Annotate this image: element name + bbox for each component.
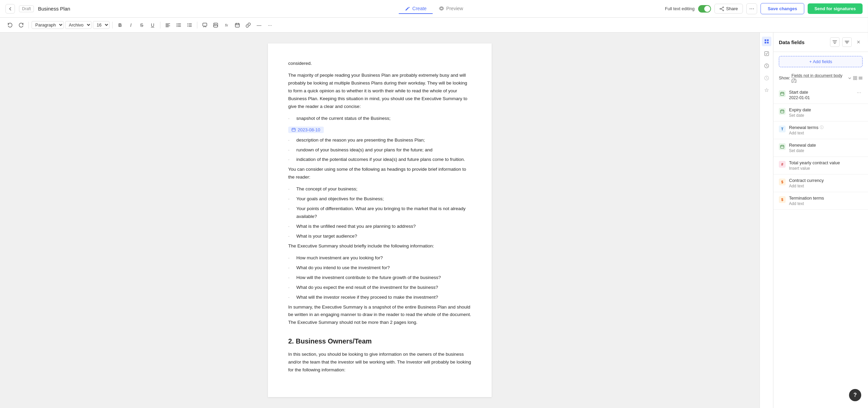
paragraph-style-select[interactable]: Paragraph (32, 21, 64, 29)
more-options-button[interactable]: ··· (746, 3, 757, 14)
align-button[interactable] (163, 20, 173, 30)
field-value-start-date[interactable]: 2022-01-01 (789, 95, 852, 100)
redo-button[interactable] (16, 20, 26, 30)
doc-bullet-8: · What is the unfilled need that you are… (288, 223, 471, 230)
grid-view-btn[interactable] (853, 73, 857, 83)
back-button[interactable] (5, 4, 15, 14)
show-filter-label: Show: (779, 76, 790, 80)
image-button[interactable] (211, 20, 220, 30)
doc-bullet-1: · snapshot of the current status of the … (288, 115, 471, 123)
doc-bullet-14: · What will the investor receive if they… (288, 294, 471, 301)
doc-bullet-13: · What do you expect the end result of t… (288, 284, 471, 292)
field-item-termination-terms[interactable]: $ Termination terms Add text (773, 192, 868, 210)
tab-preview[interactable]: Preview (433, 4, 469, 14)
comment-button[interactable] (200, 20, 210, 30)
field-icon-start-date (779, 90, 786, 97)
field-name-contract-currency: Contract currency (789, 178, 863, 183)
side-clock-icon[interactable] (762, 61, 771, 71)
field-content-termination-terms: Termination terms Add text (789, 196, 863, 206)
field-item-contract-currency[interactable]: $ Contract currency Add text (773, 174, 868, 192)
field-name-total-yearly-contract: Total yearly contract value (789, 160, 863, 165)
save-changes-button[interactable]: Save changes (761, 3, 804, 14)
doc-bullet-7: · Your points of differentiation. What a… (288, 205, 471, 221)
svg-point-5 (177, 24, 177, 25)
panel-title: Data fields (779, 39, 805, 45)
field-value-expiry-date[interactable]: Set date (789, 113, 863, 118)
field-content-total-yearly-contract: Total yearly contract value Insert value (789, 160, 863, 171)
font-family-select[interactable]: Archivo (65, 21, 92, 29)
svg-rect-12 (765, 39, 766, 41)
share-button[interactable]: Share (714, 4, 743, 14)
panel-close-button[interactable]: × (854, 38, 863, 46)
doc-date-chip[interactable]: 2023-08-10 (288, 127, 324, 133)
doc-para1: The majority of people reading your Busi… (288, 72, 471, 111)
help-button[interactable]: ? (849, 389, 861, 401)
unordered-list-button[interactable] (174, 20, 183, 30)
italic-button[interactable]: I (126, 20, 136, 30)
doc-bullet-4: · indication of the potential outcomes i… (288, 156, 471, 164)
panel-filter-icon[interactable] (830, 37, 840, 47)
dash-button[interactable]: — (254, 20, 264, 30)
svg-rect-22 (855, 78, 857, 80)
field-content-renewal-date: Renewal date Set date (789, 143, 863, 153)
document-area[interactable]: considered. The majority of people readi… (0, 33, 760, 408)
undo-button[interactable] (5, 20, 15, 30)
side-clock2-icon[interactable] (762, 73, 771, 83)
field-value-total-yearly-contract[interactable]: Insert value (789, 166, 863, 171)
underline-button[interactable]: U (148, 20, 157, 30)
svg-rect-21 (853, 78, 855, 80)
panel-sort-icon[interactable] (842, 37, 852, 47)
field-icon-renewal-terms: T (779, 126, 786, 132)
side-check-icon[interactable] (762, 49, 771, 58)
field-item-renewal-terms[interactable]: T Renewal terms ⓘ Add text (773, 122, 868, 139)
field-icon-total-yearly-contract: # (779, 161, 786, 168)
field-content-expiry-date: Expiry date Set date (789, 107, 863, 118)
toolbar-more-button[interactable]: ··· (265, 20, 275, 30)
doc-para3: The Executive Summary should briefly inc… (288, 242, 471, 250)
doc-bullet-3: · rundown of your business idea(s) and y… (288, 146, 471, 154)
field-item-start-date[interactable]: Start date 2022-01-01 ··· Properties (773, 86, 868, 104)
svg-rect-26 (781, 110, 784, 113)
field-value-contract-currency[interactable]: Add text (789, 184, 863, 188)
doc-bullet-11: · What do you intend to use the investme… (288, 264, 471, 272)
side-fields-icon[interactable] (762, 37, 771, 46)
fields-list: Start date 2022-01-01 ··· Properties (773, 86, 868, 408)
nav-right-actions: Full text editing Share ··· Save changes… (665, 3, 863, 14)
tab-create[interactable]: Create (399, 4, 433, 14)
field-name-start-date: Start date (789, 90, 852, 95)
link-button[interactable] (243, 20, 253, 30)
full-text-toggle[interactable] (698, 5, 711, 13)
field-more-btn-start-date[interactable]: ··· (855, 90, 863, 96)
top-nav: Draft Business Plan Create Preview Full … (0, 0, 868, 18)
toolbar-sep-4 (197, 22, 197, 29)
bold-button[interactable]: B (115, 20, 125, 30)
send-signatures-button[interactable]: Send for signatures (808, 3, 863, 14)
svg-point-3 (720, 8, 721, 9)
nav-tabs: Create Preview (399, 4, 469, 14)
svg-point-0 (440, 7, 442, 10)
toolbar-sep-3 (160, 22, 160, 29)
field-value-renewal-terms[interactable]: Add text (789, 131, 863, 135)
field-value-termination-terms[interactable]: Add text (789, 201, 863, 206)
field-item-expiry-date[interactable]: Expiry date Set date (773, 104, 868, 122)
formula-button[interactable]: fx (222, 20, 231, 30)
field-content-contract-currency: Contract currency Add text (789, 178, 863, 188)
svg-rect-11 (292, 128, 295, 131)
show-filter-options-btn[interactable] (848, 73, 852, 83)
field-item-renewal-date[interactable]: Renewal date Set date (773, 139, 868, 157)
calendar-button[interactable] (233, 20, 242, 30)
list-view-btn[interactable] (859, 73, 863, 83)
doc-bullet-2: · description of the reason you are pres… (288, 136, 471, 144)
side-star-icon[interactable] (762, 86, 771, 95)
field-value-renewal-date[interactable]: Set date (789, 148, 863, 153)
strikethrough-button[interactable]: S (137, 20, 146, 30)
font-size-select[interactable]: 16 (93, 21, 110, 29)
add-fields-button[interactable]: + Add fields (779, 56, 863, 67)
svg-rect-7 (203, 23, 207, 26)
ordered-list-button[interactable] (185, 20, 194, 30)
field-item-total-yearly-contract[interactable]: # Total yearly contract value Insert val… (773, 157, 868, 174)
document-page: considered. The majority of people readi… (268, 43, 492, 397)
svg-point-6 (177, 26, 177, 26)
right-panel: Data fields × + Add fields Show: Fields … (773, 33, 868, 408)
show-filter-value[interactable]: Fields not in document body (7) (791, 73, 846, 83)
